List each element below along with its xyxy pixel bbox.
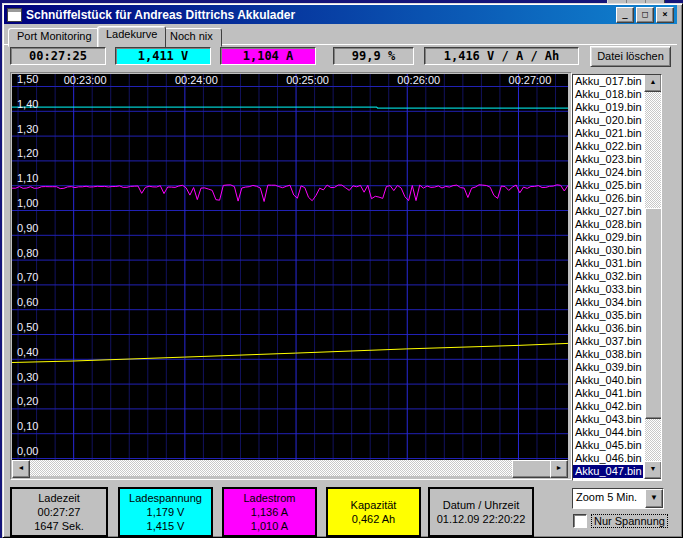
list-item[interactable]: Akku_042.bin — [573, 400, 643, 413]
panel-title: Datum / Uhrzeit — [430, 498, 532, 512]
list-item[interactable]: Akku_018.bin — [573, 88, 643, 101]
list-vertical-scrollbar[interactable]: ▲ ▼ — [645, 75, 661, 478]
svg-text:00:26:00: 00:26:00 — [397, 74, 440, 86]
window-title: Schnüffelstück für Andreas Dittrichs Akk… — [26, 8, 295, 22]
vertical-scroll-thumb[interactable] — [645, 208, 662, 419]
list-item[interactable]: Akku_020.bin — [573, 114, 643, 127]
svg-text:1,00: 1,00 — [17, 197, 38, 209]
panel-value: 0,462 Ah — [328, 512, 419, 526]
list-item[interactable]: Akku_027.bin — [573, 205, 643, 218]
panel-value: 1,136 A — [224, 505, 315, 519]
svg-text:1,10: 1,10 — [17, 172, 38, 184]
list-item[interactable]: Akku_021.bin — [573, 127, 643, 140]
list-item[interactable]: Akku_032.bin — [573, 270, 643, 283]
svg-text:0,60: 0,60 — [17, 296, 38, 308]
nur-spannung-label: Nur Spannung — [591, 514, 668, 528]
list-item[interactable]: Akku_026.bin — [573, 192, 643, 205]
list-item[interactable]: Akku_024.bin — [573, 166, 643, 179]
horizontal-scroll-thumb[interactable] — [512, 460, 554, 478]
delete-file-button[interactable]: Datei löschen — [590, 46, 671, 67]
list-item[interactable]: Akku_028.bin — [573, 218, 643, 231]
panel-title: Kapazität — [328, 498, 419, 512]
svg-text:0,50: 0,50 — [17, 321, 38, 333]
list-item[interactable]: Akku_019.bin — [573, 101, 643, 114]
svg-text:0,40: 0,40 — [17, 346, 38, 358]
list-item[interactable]: Akku_022.bin — [573, 140, 643, 153]
scroll-left-icon[interactable]: ◄ — [12, 460, 30, 478]
panel-kapazitaet: Kapazität0,462 Ah — [326, 487, 421, 537]
panel-ladespannung: Ladespannung1,179 V1,415 V — [118, 487, 213, 537]
scroll-up-icon[interactable]: ▲ — [644, 74, 662, 92]
chevron-down-icon[interactable]: ▼ — [645, 489, 663, 508]
file-listbox[interactable]: ▲ ▼ Akku_017.binAkku_018.binAkku_019.bin… — [572, 74, 662, 481]
list-item[interactable]: Akku_025.bin — [573, 179, 643, 192]
current-display: 1,104 A — [220, 47, 316, 65]
list-item[interactable]: Akku_023.bin — [573, 153, 643, 166]
panel-ladezeit: Ladezeit00:27:271647 Sek. — [10, 487, 108, 537]
list-item[interactable]: Akku_038.bin — [573, 348, 643, 361]
panel-datum-uhrzeit: Datum / Uhrzeit01.12.09 22:20:22 — [428, 487, 534, 537]
percent-display: 99,9 % — [333, 47, 414, 65]
list-item[interactable]: Akku_047.bin — [573, 465, 643, 478]
list-item[interactable]: Akku_043.bin — [573, 413, 643, 426]
svg-text:0,70: 0,70 — [17, 271, 38, 283]
svg-text:0,90: 0,90 — [17, 222, 38, 234]
list-item[interactable]: Akku_031.bin — [573, 257, 643, 270]
close-button[interactable]: × — [656, 7, 674, 23]
svg-text:0,80: 0,80 — [17, 247, 38, 259]
minimize-button[interactable]: _ — [616, 7, 634, 23]
svg-text:00:27:00: 00:27:00 — [509, 74, 552, 86]
scroll-down-icon[interactable]: ▼ — [644, 461, 662, 479]
list-item[interactable]: Akku_033.bin — [573, 283, 643, 296]
desktop: Schnüffelstück für Andreas Dittrichs Akk… — [0, 0, 683, 538]
svg-text:1,50: 1,50 — [17, 74, 38, 85]
combined-display: 1,416 V / A / Ah — [424, 47, 579, 65]
tab-port-monitoring[interactable]: Port Monitoring — [8, 28, 101, 47]
list-item[interactable]: Akku_044.bin — [573, 426, 643, 439]
svg-text:00:23:00: 00:23:00 — [64, 74, 107, 86]
scroll-right-icon[interactable]: ► — [550, 460, 568, 478]
panel-value: 00:27:27 — [12, 505, 106, 519]
zoom-select[interactable]: Zoom 5 Min. ▼ — [572, 488, 664, 509]
voltage-display: 1,411 V — [115, 47, 211, 65]
maximize-button[interactable]: □ — [636, 7, 654, 23]
zoom-select-value: Zoom 5 Min. — [576, 491, 637, 503]
list-item[interactable]: Akku_039.bin — [573, 361, 643, 374]
app-icon — [7, 8, 22, 22]
elapsed-time-display: 00:27:25 — [10, 47, 106, 65]
list-item[interactable]: Akku_034.bin — [573, 296, 643, 309]
list-item[interactable]: Akku_037.bin — [573, 335, 643, 348]
panel-value: 1,179 V — [120, 505, 211, 519]
list-item[interactable]: Akku_041.bin — [573, 387, 643, 400]
list-item[interactable]: Akku_017.bin — [573, 75, 643, 88]
svg-text:1,30: 1,30 — [17, 123, 38, 135]
panel-title: Ladespannung — [120, 491, 211, 505]
svg-text:1,20: 1,20 — [17, 147, 38, 159]
svg-text:0,20: 0,20 — [17, 395, 38, 407]
svg-text:0,00: 0,00 — [17, 445, 38, 457]
title-bar: Schnüffelstück für Andreas Dittrichs Akk… — [4, 5, 677, 24]
panel-value: 1,010 A — [224, 519, 315, 533]
svg-text:00:24:00: 00:24:00 — [175, 74, 218, 86]
nur-spannung-checkbox[interactable] — [573, 514, 587, 528]
panel-title: Ladestrom — [224, 491, 315, 505]
list-item[interactable]: Akku_030.bin — [573, 244, 643, 257]
svg-text:00:25:00: 00:25:00 — [286, 74, 329, 86]
tab-noch-nix[interactable]: Noch nix — [161, 28, 222, 47]
svg-text:1,40: 1,40 — [17, 98, 38, 110]
panel-value: 1647 Sek. — [12, 519, 106, 533]
panel-ladestrom: Ladestrom1,136 A1,010 A — [222, 487, 317, 537]
list-item[interactable]: Akku_036.bin — [573, 322, 643, 335]
list-item[interactable]: Akku_035.bin — [573, 309, 643, 322]
svg-text:0,10: 0,10 — [17, 420, 38, 432]
tab-ladekurve[interactable]: Ladekurve — [97, 26, 166, 47]
list-item[interactable]: Akku_045.bin — [573, 439, 643, 452]
chart-horizontal-scrollbar[interactable]: ◄ ► — [12, 460, 568, 476]
list-item[interactable]: Akku_040.bin — [573, 374, 643, 387]
panel-title: Ladezeit — [12, 491, 106, 505]
nur-spannung-row: Nur Spannung — [573, 514, 668, 528]
charge-curve-chart: 1,501,401,301,201,101,000,900,800,700,60… — [12, 74, 568, 460]
list-item[interactable]: Akku_046.bin — [573, 452, 643, 465]
list-item[interactable]: Akku_029.bin — [573, 231, 643, 244]
chart-frame: 1,501,401,301,201,101,000,900,800,700,60… — [10, 72, 572, 480]
